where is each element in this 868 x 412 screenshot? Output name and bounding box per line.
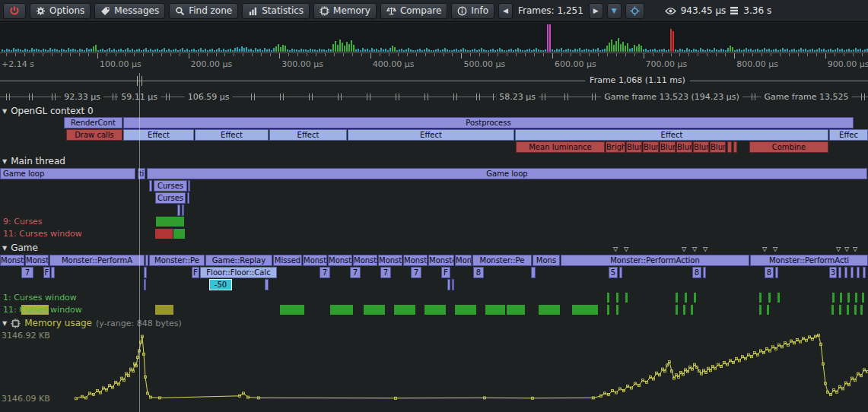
frame-bar[interactable] — [49, 48, 51, 52]
zone-effect[interactable]: Effect — [269, 129, 347, 141]
collapse-triangle-icon[interactable]: ▼ — [2, 108, 7, 115]
zone-monster-pe[interactable]: Monster::Pe — [149, 255, 205, 266]
frame-bar[interactable] — [693, 49, 695, 52]
frame-bar[interactable] — [595, 49, 596, 52]
frame-bar[interactable] — [581, 50, 583, 52]
frame-bar[interactable] — [819, 48, 820, 52]
zone-monster-performacti[interactable]: Monster::PerformActi — [750, 255, 868, 266]
frame-bar[interactable] — [52, 49, 53, 52]
messages-button[interactable]: Messages — [94, 3, 165, 19]
frame-bar[interactable] — [800, 48, 802, 52]
frame-bar[interactable] — [453, 49, 455, 52]
frame-bar[interactable] — [211, 49, 213, 52]
frame-bar[interactable] — [508, 49, 510, 52]
frame-bar[interactable] — [61, 49, 62, 52]
frame-bar[interactable] — [675, 49, 676, 52]
frame-bar[interactable] — [248, 49, 250, 52]
frame-bar[interactable] — [387, 50, 389, 52]
frame-bar[interactable] — [465, 49, 466, 52]
frame-bar[interactable] — [862, 50, 863, 52]
zone-f[interactable]: F — [192, 267, 199, 278]
frame-bar[interactable] — [828, 49, 829, 52]
frame-bar[interactable] — [275, 46, 277, 52]
frame-bar[interactable] — [730, 46, 731, 52]
frame-bar[interactable] — [307, 50, 309, 52]
plot-bar[interactable] — [831, 305, 834, 315]
frame-bar[interactable] — [175, 49, 176, 52]
zone-mons[interactable]: Mons — [455, 255, 472, 266]
frame-bar[interactable] — [739, 49, 740, 52]
frame-bar[interactable] — [572, 50, 574, 52]
frame-bar[interactable] — [97, 50, 99, 52]
frame-bar[interactable] — [686, 48, 688, 52]
frame-bar[interactable] — [40, 50, 42, 52]
frame-bar[interactable] — [27, 49, 28, 52]
plot-bar[interactable] — [676, 293, 678, 303]
collapsed-zone-marker-icon[interactable]: ▽ — [853, 246, 857, 252]
zone-blur[interactable]: Blur — [626, 141, 642, 153]
frame-bar[interactable] — [173, 49, 174, 52]
frame-bar[interactable] — [547, 24, 548, 52]
collapsed-zone-marker-icon[interactable]: ▽ — [703, 246, 707, 252]
frame-bar[interactable] — [848, 49, 850, 52]
options-button[interactable]: Options — [30, 3, 91, 19]
plot-bar[interactable] — [616, 305, 618, 315]
frame-bar[interactable] — [501, 49, 503, 52]
frame-bar[interactable] — [485, 50, 487, 52]
zone-combine[interactable]: Combine — [749, 141, 828, 153]
frame-bar[interactable] — [403, 50, 405, 52]
frame-bar[interactable] — [374, 49, 375, 52]
frame-bar[interactable] — [757, 49, 758, 52]
frame-bar[interactable] — [803, 49, 804, 52]
frame-bar[interactable] — [351, 40, 352, 52]
plot-bar[interactable] — [507, 305, 525, 315]
frame-bar[interactable] — [287, 49, 288, 52]
frame-bar[interactable] — [200, 48, 202, 52]
memory-usage-plot[interactable]: 3146.92 KB 3146.09 KB — [0, 331, 868, 407]
frame-bar[interactable] — [494, 50, 496, 52]
zone[interactable] — [838, 267, 841, 278]
plot-bar[interactable] — [424, 305, 446, 315]
frame-bar[interactable] — [278, 44, 279, 52]
frame-bar[interactable] — [234, 48, 236, 52]
plot-bar[interactable] — [485, 305, 505, 315]
frame-bar[interactable] — [440, 50, 441, 52]
frame-bar[interactable] — [102, 49, 103, 52]
frame-bar[interactable] — [720, 49, 722, 52]
frame-time-histogram[interactable] — [0, 23, 868, 52]
frame-bar[interactable] — [205, 49, 206, 52]
frame-bar[interactable] — [672, 31, 674, 52]
frame-bar[interactable] — [752, 50, 754, 52]
frame-bar[interactable] — [6, 49, 8, 52]
frame-bar[interactable] — [857, 49, 859, 52]
frame-bar[interactable] — [442, 49, 444, 52]
frame-bar[interactable] — [431, 50, 432, 52]
plot-bar[interactable] — [280, 305, 304, 315]
frame-bar[interactable] — [383, 49, 384, 52]
plot-bar[interactable] — [839, 305, 841, 315]
frame-bar[interactable] — [467, 50, 469, 52]
frame-bar[interactable] — [622, 42, 624, 52]
frame-bar[interactable] — [841, 49, 843, 52]
plot-bar[interactable] — [855, 293, 857, 303]
zone[interactable] — [863, 267, 866, 278]
frame-bar[interactable] — [143, 49, 145, 52]
frame-bar[interactable] — [702, 49, 704, 52]
plot-bar[interactable] — [860, 305, 863, 315]
frame-bar[interactable] — [839, 49, 841, 52]
frame-bar[interactable] — [759, 50, 761, 52]
frame-bar[interactable] — [31, 48, 33, 52]
frame-bar[interactable] — [611, 40, 612, 52]
zone-effect[interactable]: Effect — [123, 129, 194, 141]
frame-bar[interactable] — [456, 49, 457, 52]
frame-bar[interactable] — [86, 48, 87, 52]
frame-bar[interactable] — [81, 49, 83, 52]
frame-bar[interactable] — [243, 48, 245, 52]
zone-7[interactable]: 7 — [350, 267, 361, 278]
frame-bar[interactable] — [714, 48, 715, 52]
zone-curses[interactable]: Curses — [154, 180, 187, 192]
goto-frame-button[interactable] — [625, 3, 644, 19]
frame-bar[interactable] — [159, 50, 161, 52]
frame-bar[interactable] — [312, 49, 313, 52]
frame-bar[interactable] — [437, 49, 439, 52]
